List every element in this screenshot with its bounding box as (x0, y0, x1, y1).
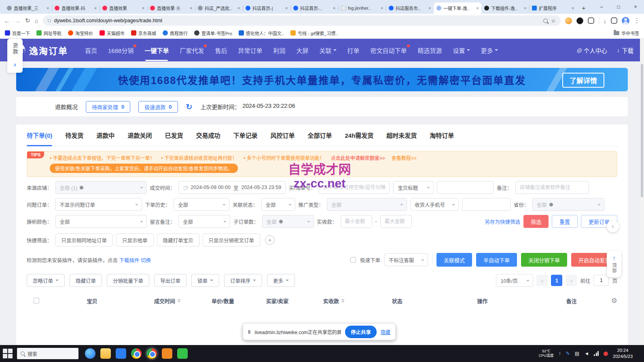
nav-item-sources[interactable]: 精选货源 (418, 46, 442, 55)
bookmark-item[interactable]: 携程旅行 (163, 30, 188, 36)
order-sort-button[interactable]: 订单排序 (224, 274, 262, 287)
restore-button[interactable]: □ (610, 0, 627, 14)
problem-order-select[interactable]: 不显示问题订单 (55, 198, 142, 211)
browser-tab[interactable]: 直播效果_三× (4, 2, 52, 14)
bookmark-item[interactable]: 百度一下 (5, 30, 30, 36)
bookmark-item[interactable]: 天猫超市 (100, 30, 125, 36)
receiver-phone-input[interactable] (462, 198, 511, 211)
notification-red-icon[interactable] (604, 351, 608, 356)
amount-min-input[interactable] (341, 215, 372, 228)
close-button[interactable]: × (627, 0, 644, 14)
orange-app-icon[interactable] (162, 348, 172, 359)
order-no-input[interactable] (319, 181, 390, 194)
tab-risk-orders[interactable]: 风控订单 (270, 131, 294, 139)
browser-tab[interactable]: 直播效果-抖× (52, 2, 100, 14)
page-scrollbar[interactable] (640, 39, 644, 345)
nav-item-home[interactable]: 首页 (85, 46, 97, 55)
side-panel-icon[interactable] (611, 17, 617, 24)
tab-24h-ship[interactable]: 24h需发货 (345, 131, 373, 139)
relation-mode-button[interactable]: 关联模式 (436, 253, 472, 267)
semi-auto-order-button[interactable]: 半自动下单 (476, 253, 517, 267)
browser-tab[interactable]: 直播效果 ⑧× (147, 2, 195, 14)
nav-item-print[interactable]: 打单 (347, 46, 360, 55)
tab-close-icon[interactable]: × (94, 6, 97, 11)
remark-input[interactable] (515, 181, 589, 194)
keyboard-icon[interactable]: ▤ (575, 351, 579, 356)
download-plugin-link[interactable]: 下载插件 (119, 258, 140, 263)
bookmark-item[interactable]: 网址导航 (36, 30, 61, 36)
hide-share-link[interactable]: 隐藏 (381, 328, 390, 335)
batch-distribution-button[interactable]: 分销批量下单 (107, 274, 149, 287)
nav-item-1688[interactable]: 1688分销 (108, 46, 133, 55)
goto-page-input[interactable] (593, 275, 609, 286)
tab-close-icon[interactable]: × (47, 6, 49, 11)
zoom-icon[interactable] (543, 19, 548, 23)
tab-close-icon[interactable]: × (428, 6, 431, 11)
sort-icon[interactable]: ⇅ (177, 298, 180, 303)
next-page-button[interactable]: › (566, 275, 577, 286)
relation-status-select[interactable]: 全部 (261, 198, 295, 211)
tab-overdue[interactable]: 超时未发货 (386, 131, 417, 139)
nav-item-relation[interactable]: 关联 (320, 46, 337, 55)
scrollbar-thumb[interactable] (641, 64, 643, 197)
url-text[interactable]: dywebs.1tsoft.com/douyin-web/pages/trade… (54, 18, 540, 23)
tab-pending-order[interactable]: 待下单(0) (27, 131, 52, 139)
back-to-top-widget[interactable]: ↑ 顶部 (607, 250, 621, 277)
site-info-icon[interactable]: ∷ (48, 18, 51, 24)
tray-expand-icon[interactable]: ↑ (559, 351, 561, 356)
nav-item-aftersale[interactable]: 售后 (215, 46, 227, 55)
back-icon[interactable]: ← (4, 17, 10, 24)
close-distribution-button[interactable]: 关闭分销下单 (521, 253, 567, 267)
col-deal-time[interactable]: 成交时间⇅ (138, 297, 197, 305)
downloads-icon[interactable]: ↓ (604, 17, 607, 24)
speaker-icon[interactable]: ◄ (584, 351, 589, 356)
tab-close-icon[interactable]: × (476, 6, 479, 11)
store-app-icon[interactable] (116, 348, 126, 359)
browser-tab-active[interactable]: 一键下单-逸..× (434, 2, 481, 14)
user-center-link[interactable]: ◎个人中心 (576, 46, 607, 55)
address-bar[interactable]: ∷ dywebs.1tsoft.com/douyin-web/pages/tra… (43, 15, 561, 26)
side-payment-tab[interactable]: 货款 › (7, 39, 23, 73)
nav-item-profit[interactable]: 利润 (273, 46, 285, 55)
forward-icon[interactable]: → (15, 17, 21, 24)
lock-order-button[interactable]: 锁单 (191, 274, 219, 287)
nav-item-settings[interactable]: 设置 (453, 46, 470, 55)
per-page-select[interactable]: 10条/页 (496, 274, 533, 287)
tab-close-icon[interactable]: × (524, 6, 526, 11)
chrome-app-icon[interactable] (131, 348, 142, 359)
export-order-button[interactable]: 导出订单 (154, 274, 186, 287)
browser-tab[interactable]: 抖店首页-|× (243, 2, 290, 14)
select-all-checkbox[interactable] (34, 298, 39, 303)
menu-kebab-icon[interactable]: ⋮ (634, 17, 640, 24)
reset-button[interactable]: 重置 (552, 215, 578, 228)
save-quick-filter-link[interactable]: 另存为快捷筛选 (485, 218, 520, 225)
bookmark-item[interactable]: 壹清单-书签Pro (194, 30, 232, 36)
tab-completed[interactable]: 交易成功 (196, 131, 220, 139)
prev-page-button[interactable]: ‹ (536, 275, 548, 286)
extension-pet-icon[interactable] (565, 17, 572, 24)
bookmark-item[interactable]: 京东商城 (131, 30, 156, 36)
col-paid[interactable]: 实收款⇅ (306, 297, 362, 305)
taskbar-search[interactable]: 搜索 (17, 348, 78, 359)
pending-merchant-button[interactable]: 待商家处理0 (86, 101, 130, 113)
browser-tab[interactable]: 抖店首页-..× (290, 2, 338, 14)
item-title-select[interactable]: 宝贝标题 (393, 181, 434, 194)
collapse-panel-button[interactable]: ‹ (607, 220, 619, 232)
tab-all-orders[interactable]: 全部订单 (307, 131, 332, 139)
nav-item-one-key-order[interactable]: 一键下单 (144, 46, 169, 55)
browser-tab[interactable]: 扩展程序× (529, 2, 577, 14)
tab-to-ship[interactable]: 待发货 (65, 131, 83, 139)
tab-shipped[interactable]: 已发货 (165, 131, 183, 139)
download-link[interactable]: ↓下载 (617, 46, 633, 55)
tab-close-icon[interactable]: × (142, 6, 144, 11)
minimize-button[interactable]: – (593, 0, 610, 14)
nav-item-more[interactable]: 更多 (481, 46, 498, 55)
sort-icon[interactable]: ⇅ (341, 298, 344, 303)
more-button[interactable]: 更多 (267, 274, 295, 287)
wechat-app-icon[interactable] (177, 348, 188, 359)
taskbar-clock[interactable]: 20:242024/5/23 (613, 347, 633, 360)
tab-refunding[interactable]: 退款中 (96, 131, 114, 139)
profile-avatar[interactable] (622, 17, 629, 25)
extension-coin-icon[interactable] (576, 17, 583, 24)
speed-order-checkbox[interactable] (350, 257, 356, 263)
